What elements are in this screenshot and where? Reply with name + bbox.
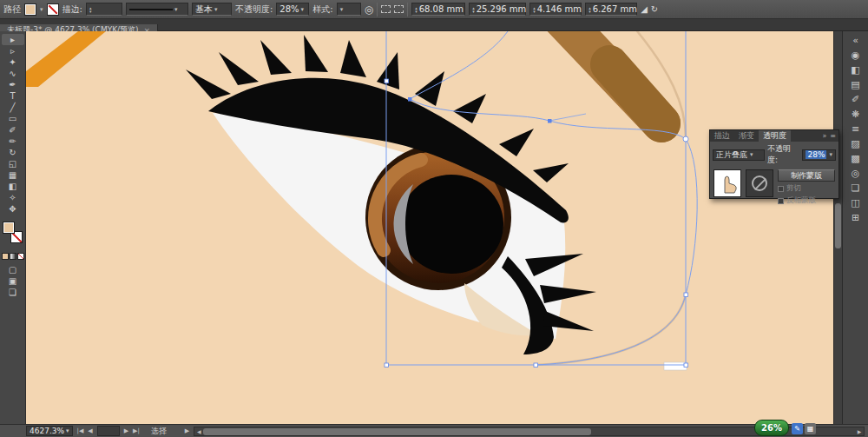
lasso-tool[interactable]: ∿ bbox=[2, 68, 24, 79]
fill-caret-icon[interactable]: ▾ bbox=[40, 6, 43, 13]
x-position-field[interactable]: ▴▾ 68.08 mm bbox=[411, 3, 465, 16]
symbols-panel-icon[interactable]: ❋ bbox=[845, 107, 866, 122]
blend-mode-dropdown[interactable]: 正片叠底 ▾ bbox=[713, 149, 765, 161]
status-menu-caret-icon[interactable]: ▶ bbox=[185, 427, 189, 434]
none-button[interactable] bbox=[17, 253, 24, 260]
eyedropper-tool[interactable]: ✧ bbox=[2, 192, 24, 203]
zoom-field[interactable]: 4627.3% ▾ bbox=[26, 426, 73, 436]
ime-keyboard-icon[interactable]: ▦ bbox=[805, 423, 816, 434]
line-tool[interactable]: ╱ bbox=[2, 102, 24, 113]
magic-wand-tool[interactable]: ✦ bbox=[2, 56, 24, 68]
draw-behind-mode-button[interactable]: ▣ bbox=[2, 275, 24, 287]
last-artboard-icon[interactable]: ▶| bbox=[133, 427, 140, 434]
artboard-number-field[interactable] bbox=[97, 426, 120, 436]
bezier-handle[interactable] bbox=[549, 114, 586, 121]
vertical-scrollbar[interactable] bbox=[833, 31, 842, 424]
graphic-styles-panel-icon[interactable]: ❏ bbox=[845, 181, 866, 195]
style-dropdown[interactable]: ▾ bbox=[337, 3, 361, 16]
clip-checkbox-row[interactable]: 剪切 bbox=[778, 183, 835, 194]
rotate-tool[interactable]: ↻ bbox=[2, 147, 24, 158]
height-field[interactable]: ▴▾ 6.267 mm bbox=[585, 3, 637, 16]
panel-menu-icon[interactable]: ≡ bbox=[830, 132, 836, 140]
invert-mask-checkbox-row[interactable]: 反相蒙版 bbox=[778, 195, 835, 206]
ime-pencil-icon[interactable]: ✎ bbox=[792, 423, 803, 434]
paintbrush-tool[interactable]: ✐ bbox=[2, 124, 24, 136]
mesh-tool[interactable]: ▦ bbox=[2, 169, 24, 181]
zoom-caret-icon[interactable]: ▾ bbox=[66, 427, 69, 434]
tab-gradient[interactable]: 渐变 bbox=[734, 130, 759, 142]
hand-tool[interactable]: ✥ bbox=[2, 203, 24, 215]
screen-mode-button[interactable]: ❏ bbox=[2, 287, 24, 298]
caret-icon[interactable]: ▾ bbox=[829, 151, 832, 158]
caret-icon[interactable]: ▾ bbox=[340, 6, 344, 13]
pen-tool[interactable]: ✒ bbox=[2, 79, 24, 90]
white-swatch-shape[interactable] bbox=[664, 362, 687, 370]
scale-tool[interactable]: ◱ bbox=[2, 158, 24, 169]
tab-transparency[interactable]: 透明度 bbox=[759, 130, 791, 142]
width-field[interactable]: ▴▾ 4.146 mm bbox=[529, 3, 582, 16]
clip-checkbox[interactable] bbox=[778, 186, 784, 192]
spin-down-icon[interactable]: ▾ bbox=[472, 10, 475, 13]
transparency-panel-icon[interactable]: ▩ bbox=[845, 151, 866, 166]
caret-icon[interactable]: ▾ bbox=[750, 151, 753, 158]
pencil-tool[interactable]: ✏ bbox=[2, 136, 24, 147]
brushes-panel-icon[interactable]: ✐ bbox=[845, 92, 866, 107]
selection-tool[interactable]: ▸ bbox=[2, 34, 24, 45]
stroke-weight-field[interactable]: ▴▾ bbox=[86, 3, 122, 16]
scroll-left-icon[interactable]: ◀ bbox=[194, 428, 203, 434]
eyebrow-shape[interactable] bbox=[556, 31, 661, 123]
shear-icon[interactable]: ◢ bbox=[641, 4, 648, 14]
object-thumbnail[interactable] bbox=[713, 169, 741, 197]
artboards-panel-icon[interactable]: ⊞ bbox=[845, 210, 866, 225]
caret-icon[interactable]: ▾ bbox=[214, 6, 218, 13]
rotate-icon[interactable]: ↻ bbox=[651, 4, 658, 14]
direct-selection-tool[interactable]: ▹ bbox=[2, 45, 24, 56]
eye-artwork[interactable] bbox=[26, 31, 833, 424]
scroll-right-icon[interactable]: ▶ bbox=[855, 428, 864, 434]
next-artboard-icon[interactable]: ▶ bbox=[124, 427, 128, 434]
panel-opacity-field[interactable]: 28% ▾ bbox=[802, 149, 836, 161]
color-guide-panel-icon[interactable]: ◧ bbox=[845, 63, 866, 77]
rectangle-tool[interactable]: ▭ bbox=[2, 113, 24, 124]
expand-dock-icon[interactable]: « bbox=[845, 33, 866, 48]
recolor-artwork-icon[interactable]: ◎ bbox=[365, 3, 373, 16]
stroke-panel-icon[interactable]: ≡ bbox=[845, 122, 866, 136]
prev-artboard-icon[interactable]: ◀ bbox=[88, 427, 92, 434]
orange-shape[interactable] bbox=[26, 31, 106, 87]
spin-down-icon[interactable]: ▾ bbox=[533, 10, 536, 13]
draw-normal-mode-button[interactable]: ▢ bbox=[2, 264, 24, 275]
battery-indicator-badge[interactable]: 26% bbox=[754, 420, 789, 436]
tab-stroke[interactable]: 描边 bbox=[710, 130, 734, 142]
caret-icon[interactable]: ▾ bbox=[174, 6, 178, 13]
layers-panel-icon[interactable]: ◫ bbox=[845, 195, 866, 210]
invert-mask-checkbox[interactable] bbox=[778, 198, 784, 204]
collapse-panel-icon[interactable]: » bbox=[822, 132, 826, 140]
spin-down-icon[interactable]: ▾ bbox=[89, 10, 92, 13]
type-tool[interactable]: T bbox=[2, 90, 24, 102]
color-button[interactable] bbox=[2, 253, 9, 260]
gradient-panel-icon[interactable]: ▨ bbox=[845, 136, 866, 151]
mask-thumbnail[interactable] bbox=[746, 169, 773, 197]
opacity-field[interactable]: 28% ▾ bbox=[276, 3, 309, 16]
first-artboard-icon[interactable]: |◀ bbox=[77, 427, 84, 434]
align-vertical-icon[interactable] bbox=[394, 5, 404, 13]
gradient-button[interactable] bbox=[10, 253, 16, 260]
swatches-panel-icon[interactable]: ▤ bbox=[845, 77, 866, 92]
stroke-swatch[interactable] bbox=[47, 3, 59, 16]
y-position-field[interactable]: ▴▾ 25.296 mm bbox=[469, 3, 526, 16]
artboard-canvas[interactable] bbox=[26, 31, 833, 424]
variable-width-dropdown[interactable]: ▾ bbox=[126, 3, 188, 16]
vertical-scrollbar-thumb[interactable] bbox=[835, 203, 841, 248]
spin-down-icon[interactable]: ▾ bbox=[589, 10, 591, 13]
gradient-tool[interactable]: ◧ bbox=[2, 181, 24, 192]
horizontal-scrollbar-thumb[interactable] bbox=[203, 428, 591, 435]
caret-icon[interactable]: ▾ bbox=[301, 6, 305, 13]
make-mask-button[interactable]: 制作蒙版 bbox=[778, 169, 835, 182]
brush-dropdown[interactable]: 基本 ▾ bbox=[192, 3, 232, 16]
spin-down-icon[interactable]: ▾ bbox=[415, 10, 418, 13]
fill-swatch[interactable] bbox=[24, 3, 36, 16]
fill-color-swatch[interactable] bbox=[3, 222, 15, 234]
color-panel-icon[interactable]: ◉ bbox=[845, 48, 866, 63]
align-horizontal-icon[interactable] bbox=[381, 5, 391, 13]
appearance-panel-icon[interactable]: ◎ bbox=[845, 166, 866, 181]
